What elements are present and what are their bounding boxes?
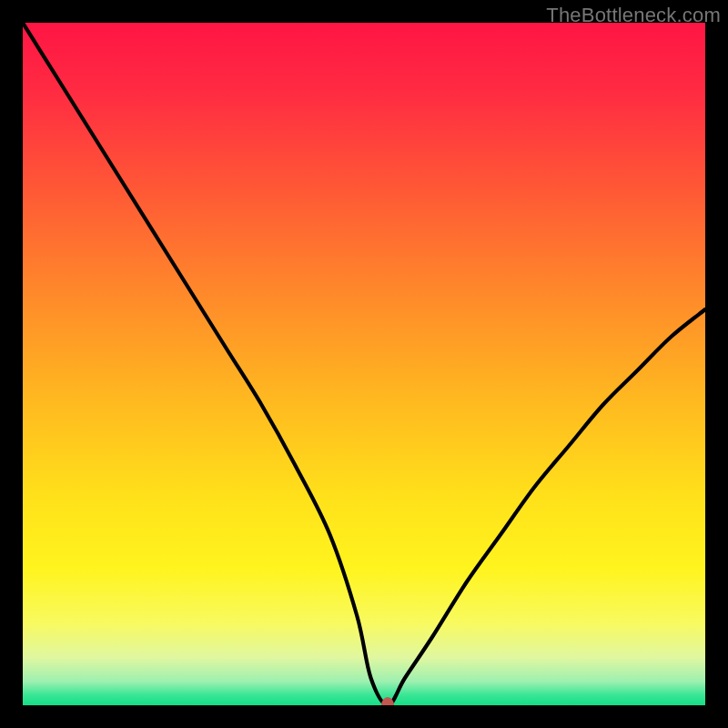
watermark-text: TheBottleneck.com (546, 4, 721, 27)
bottleneck-curve (23, 23, 705, 705)
chart-frame: TheBottleneck.com (0, 0, 728, 728)
plot-area (23, 23, 705, 705)
